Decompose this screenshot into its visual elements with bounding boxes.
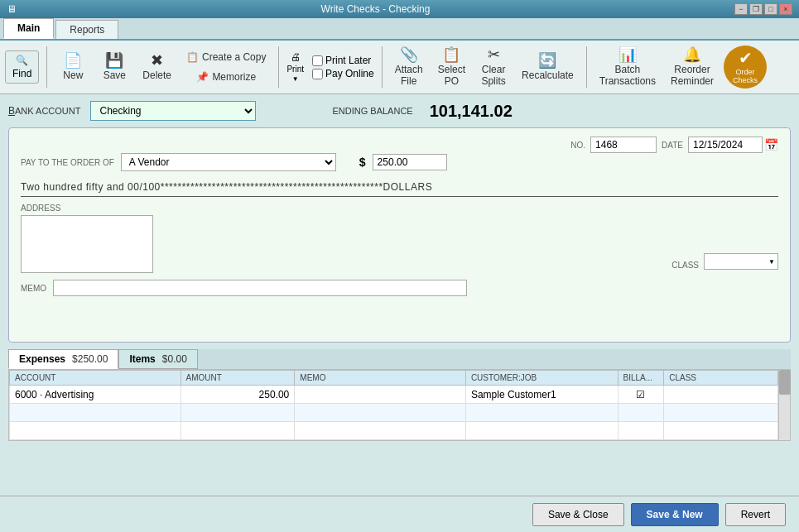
attach-icon: 📎 <box>400 47 418 62</box>
cell-memo-empty2[interactable] <box>295 422 466 440</box>
expense-table: ACCOUNT AMOUNT MEMO CUSTOMER:JOB BILLA..… <box>9 370 778 440</box>
date-label: DATE <box>662 141 683 150</box>
cell-cj-empty[interactable] <box>465 404 618 422</box>
ending-balance-value: 101,141.02 <box>430 102 513 121</box>
address-box[interactable] <box>21 215 153 273</box>
pay-online-row[interactable]: Pay Online <box>312 68 374 79</box>
table-container: ACCOUNT AMOUNT MEMO CUSTOMER:JOB BILLA..… <box>8 369 791 441</box>
cell-bill-empty2[interactable] <box>618 422 664 440</box>
cell-amount-empty2[interactable] <box>180 422 295 440</box>
payee-select[interactable]: A Vendor <box>121 153 336 171</box>
calendar-icon[interactable]: 📅 <box>764 138 778 151</box>
cell-amount-empty[interactable] <box>180 404 295 422</box>
table-scrollbar[interactable] <box>778 370 790 440</box>
save-close-button[interactable]: Save & Close <box>532 503 624 526</box>
cell-memo-empty[interactable] <box>295 404 466 422</box>
date-input[interactable] <box>688 137 763 153</box>
new-button[interactable]: 📄 New <box>55 50 91 84</box>
window-title: Write Checks - Checking <box>17 3 734 15</box>
print-button[interactable]: 🖨 <box>291 51 301 63</box>
cell-account-empty[interactable] <box>10 404 181 422</box>
maximize-button[interactable]: □ <box>764 3 777 15</box>
bank-account-row: BANK ACCOUNT Checking ENDING BALANCE 101… <box>8 101 791 121</box>
check-area: NO. DATE 📅 PAY TO THE ORDER OF A Vendor … <box>8 127 791 343</box>
cell-amount[interactable]: 250.00 <box>180 386 295 404</box>
order-checks-icon: ✔ <box>739 50 753 66</box>
address-class-row: ADDRESS CLASS <box>21 204 778 273</box>
class-wrapper <box>704 253 778 270</box>
cell-class[interactable] <box>664 386 778 404</box>
close-button[interactable]: × <box>779 3 792 15</box>
clear-splits-button[interactable]: ✂ Clear Splits <box>475 44 512 90</box>
table-scroll[interactable]: ACCOUNT AMOUNT MEMO CUSTOMER:JOB BILLA..… <box>9 370 778 440</box>
cell-account[interactable]: 6000 · Advertising <box>10 386 181 404</box>
address-label: ADDRESS <box>21 204 153 213</box>
print-later-checkbox[interactable] <box>312 55 323 66</box>
cell-cj-empty2[interactable] <box>465 422 618 440</box>
cell-class-empty2[interactable] <box>664 422 778 440</box>
app-icon: 🖥 <box>7 3 17 15</box>
cell-account-empty2[interactable] <box>10 422 181 440</box>
class-select[interactable] <box>704 253 778 270</box>
recalculate-button[interactable]: 🔄 Recalculate <box>517 50 579 84</box>
print-later-row[interactable]: Print Later <box>312 55 374 66</box>
col-class: CLASS <box>664 371 778 386</box>
bank-account-label: BANK ACCOUNT <box>8 105 80 117</box>
attach-file-button[interactable]: 📎 Attach File <box>390 44 428 90</box>
date-wrapper: 📅 <box>688 137 778 153</box>
items-tab[interactable]: Items $0.00 <box>118 349 197 369</box>
cell-memo[interactable] <box>295 386 466 404</box>
new-icon: 📄 <box>64 53 82 68</box>
create-copy-button[interactable]: 📋 Create a Copy <box>181 48 271 66</box>
separator-4 <box>586 46 587 88</box>
tab-main[interactable]: Main <box>3 18 54 39</box>
cell-billable[interactable]: ☑ <box>618 386 664 404</box>
cell-customer-job[interactable]: Sample Customer1 <box>465 386 618 404</box>
save-button[interactable]: 💾 Save <box>96 50 132 84</box>
find-button[interactable]: 🔍 Find <box>5 50 39 84</box>
memorize-icon: 📌 <box>196 71 209 83</box>
ending-balance-label: ENDING BALANCE <box>332 106 412 116</box>
minimize-button[interactable]: − <box>734 3 748 15</box>
memo-label: MEMO <box>21 284 46 293</box>
bank-account-select[interactable]: Checking <box>90 101 256 121</box>
order-checks-button[interactable]: ✔ Order Checks <box>724 46 767 89</box>
items-tab-amount: $0.00 <box>162 353 187 365</box>
save-new-button[interactable]: Save & New <box>631 503 719 526</box>
select-po-button[interactable]: 📋 Select PO <box>433 44 470 90</box>
table-row[interactable]: 6000 · Advertising 250.00 Sample Custome… <box>10 386 778 404</box>
items-tab-label: Items <box>129 353 155 365</box>
check-header-row: NO. DATE 📅 <box>21 137 778 153</box>
check-number-input[interactable] <box>590 137 657 153</box>
cell-class-empty[interactable] <box>664 404 778 422</box>
dollar-sign: $ <box>359 156 366 169</box>
col-account: ACCOUNT <box>10 371 181 386</box>
memo-input[interactable] <box>53 280 467 296</box>
table-row-empty-1[interactable] <box>10 404 778 422</box>
restore-button[interactable]: ❐ <box>749 3 763 15</box>
amount-input[interactable] <box>373 154 447 170</box>
address-section: ADDRESS <box>21 204 153 273</box>
table-row-empty-2[interactable] <box>10 422 778 440</box>
col-memo: MEMO <box>295 371 466 386</box>
cell-bill-empty[interactable] <box>618 404 664 422</box>
memorize-button[interactable]: 📌 Memorize <box>181 68 271 86</box>
separator-3 <box>382 46 383 88</box>
pay-online-checkbox[interactable] <box>312 69 323 79</box>
tab-reports[interactable]: Reports <box>55 20 118 39</box>
pay-to-row: PAY TO THE ORDER OF A Vendor $ <box>21 153 778 171</box>
class-label: CLASS <box>671 261 699 270</box>
delete-button[interactable]: ✖ Delete <box>137 50 176 84</box>
col-amount: AMOUNT <box>180 371 295 386</box>
memo-row: MEMO <box>21 280 778 296</box>
print-dropdown-arrow[interactable]: ▼ <box>292 75 299 83</box>
reorder-icon: 🔔 <box>683 47 701 62</box>
print-icon: 🖨 <box>291 51 301 63</box>
class-section: CLASS <box>671 204 778 273</box>
revert-button[interactable]: Revert <box>725 503 786 526</box>
expenses-tab[interactable]: Expenses $250.00 <box>8 349 118 369</box>
reorder-reminder-button[interactable]: 🔔 Reorder Reminder <box>666 44 719 90</box>
recalculate-icon: 🔄 <box>538 53 556 68</box>
batch-transactions-button[interactable]: 📊 Batch Transactions <box>594 44 661 90</box>
select-po-icon: 📋 <box>442 47 460 62</box>
